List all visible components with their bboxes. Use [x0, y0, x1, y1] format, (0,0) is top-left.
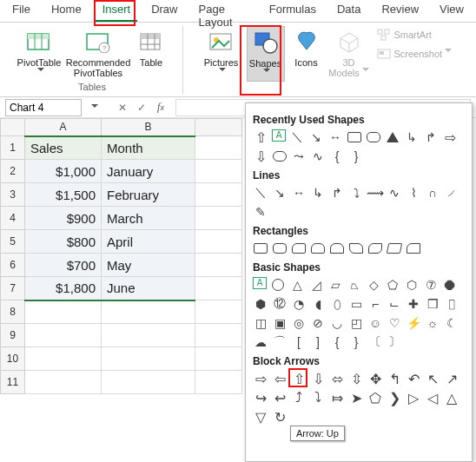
- cell-b8[interactable]: [102, 300, 195, 324]
- cell-b2[interactable]: January: [102, 160, 195, 183]
- bshape-lightning[interactable]: ⚡: [406, 315, 421, 331]
- bshape-heart[interactable]: ♡: [387, 315, 402, 331]
- bshape-lshape[interactable]: ⌙: [387, 296, 402, 312]
- bshape-decagon[interactable]: ⬢: [253, 296, 268, 312]
- bshape-parallelogram[interactable]: ▱: [327, 277, 343, 293]
- barrow-pentagon[interactable]: ⬠: [367, 390, 383, 406]
- tab-review[interactable]: Review: [374, 0, 426, 22]
- cell-b6[interactable]: May: [102, 254, 195, 277]
- line-3[interactable]: ↔: [291, 185, 307, 201]
- rect-5[interactable]: [329, 241, 345, 256]
- shape-curve[interactable]: ∿: [310, 148, 326, 164]
- line-6[interactable]: ⤵: [348, 185, 364, 201]
- line-5[interactable]: ↱: [329, 185, 345, 201]
- bshape-bracket-r[interactable]: ]: [310, 334, 326, 350]
- barrow-bentup[interactable]: ↗: [444, 371, 459, 386]
- shape-triangle[interactable]: [385, 129, 400, 145]
- icons-button[interactable]: Icons: [288, 26, 325, 69]
- shape-text-box[interactable]: A: [272, 129, 286, 142]
- barrow-updown[interactable]: ⇳: [348, 371, 364, 386]
- line-2[interactable]: ↘: [272, 185, 288, 201]
- rect-8[interactable]: [387, 241, 402, 256]
- shape-down-arrow[interactable]: ⇩: [253, 148, 268, 164]
- bshape-blockarc[interactable]: ◡: [329, 315, 345, 331]
- barrow-quad[interactable]: ✥: [367, 371, 383, 386]
- name-box-dropdown[interactable]: [85, 100, 101, 116]
- bshape-cross[interactable]: ✚: [406, 296, 421, 312]
- bshape-bracket-l[interactable]: [: [291, 334, 307, 350]
- bshape-donut[interactable]: ◎: [291, 315, 307, 331]
- cell-b1[interactable]: Month: [102, 136, 195, 160]
- shape-brace-left[interactable]: {: [329, 148, 345, 164]
- bshape-teardrop[interactable]: ⬯: [329, 296, 345, 312]
- bshape-arc[interactable]: ⌒: [272, 334, 288, 350]
- pictures-button[interactable]: Pictures: [200, 26, 243, 80]
- bshape-rtriangle[interactable]: ◿: [308, 277, 324, 293]
- cell-a8[interactable]: [25, 300, 102, 324]
- cell-a10[interactable]: [25, 347, 102, 371]
- bshape-hexagon[interactable]: ⬡: [404, 277, 420, 293]
- name-box[interactable]: [5, 99, 82, 116]
- bshape-can[interactable]: ⌷: [444, 296, 459, 312]
- shape-elbow-arrow[interactable]: ↱: [423, 129, 439, 145]
- line-4[interactable]: ↳: [310, 185, 326, 201]
- cell-c8[interactable]: [195, 300, 242, 324]
- cell-b4[interactable]: March: [102, 207, 195, 230]
- cell-c9[interactable]: [195, 324, 242, 347]
- shape-brace-right[interactable]: }: [348, 148, 364, 164]
- smartart-button[interactable]: SmartArt: [377, 26, 459, 43]
- recommended-pivottables-button[interactable]: ? Recommended PivotTables: [67, 26, 129, 80]
- barrow-callout-r[interactable]: ▷: [406, 390, 421, 406]
- cell-c1[interactable]: [195, 136, 242, 160]
- bshape-cloud[interactable]: ☁: [253, 334, 268, 350]
- cell-b5[interactable]: April: [102, 230, 195, 254]
- rect-9[interactable]: [406, 241, 421, 256]
- cell-b3[interactable]: February: [102, 183, 195, 207]
- shape-rounded-rect2[interactable]: [272, 148, 288, 164]
- shape-right-arrow[interactable]: ⇨: [442, 129, 458, 145]
- shape-double-arrow-line[interactable]: ↔: [327, 129, 343, 145]
- bshape-triangle[interactable]: △: [289, 277, 305, 293]
- cell-b9[interactable]: [102, 324, 195, 347]
- shape-elbow[interactable]: ↳: [404, 129, 420, 145]
- barrow-right[interactable]: ⇨: [253, 371, 268, 386]
- rect-6[interactable]: [348, 241, 364, 256]
- screenshot-button[interactable]: Screenshot: [377, 45, 459, 63]
- barrow-callout-l[interactable]: ◁: [425, 390, 440, 406]
- shape-line[interactable]: ＼: [289, 129, 305, 145]
- shapes-button[interactable]: Shapes: [247, 26, 285, 82]
- bshape-chord[interactable]: ◖: [310, 296, 326, 312]
- bshape-doublebrace[interactable]: 〕: [387, 334, 402, 350]
- cell-b7[interactable]: June: [102, 277, 195, 300]
- shape-curved-connector[interactable]: ⤳: [291, 148, 307, 164]
- shape-rounded-rect[interactable]: [366, 129, 381, 145]
- bshape-pie[interactable]: ◔: [291, 296, 307, 312]
- cell-a5[interactable]: $800: [25, 230, 102, 254]
- bshape-plaque[interactable]: ❒: [425, 296, 440, 312]
- cell-c4[interactable]: [195, 207, 242, 230]
- cell-c3[interactable]: [195, 183, 242, 207]
- tab-data[interactable]: Data: [330, 0, 367, 22]
- barrow-chevron[interactable]: ❯: [387, 390, 402, 406]
- enter-formula-button[interactable]: ✓: [134, 100, 149, 116]
- barrow-callout-d[interactable]: ▽: [253, 409, 268, 425]
- bshape-textbox[interactable]: A: [253, 277, 267, 289]
- barrow-bent[interactable]: ↰: [387, 371, 402, 386]
- bshape-halfframe[interactable]: ⌐: [367, 296, 383, 312]
- cell-c2[interactable]: [195, 160, 242, 183]
- barrow-uturn[interactable]: ↶: [406, 371, 421, 386]
- cell-c11[interactable]: [195, 371, 242, 394]
- bshape-dodecagon[interactable]: ⑫: [272, 296, 288, 312]
- barrow-curvedright[interactable]: ↪: [253, 390, 268, 406]
- tab-view[interactable]: View: [433, 0, 471, 22]
- rect-7[interactable]: [367, 241, 383, 256]
- cell-a7[interactable]: $1,800: [25, 277, 102, 300]
- cell-a9[interactable]: [25, 324, 102, 347]
- barrow-curvedleft[interactable]: ↩: [272, 390, 288, 406]
- barrow-curvedup[interactable]: ⤴: [291, 390, 307, 406]
- bshape-smiley[interactable]: ☺: [367, 315, 383, 331]
- cell-a3[interactable]: $1,500: [25, 183, 102, 207]
- tab-file[interactable]: File: [5, 0, 37, 22]
- table-button[interactable]: Table: [133, 26, 169, 69]
- cell-a4[interactable]: $900: [25, 207, 102, 230]
